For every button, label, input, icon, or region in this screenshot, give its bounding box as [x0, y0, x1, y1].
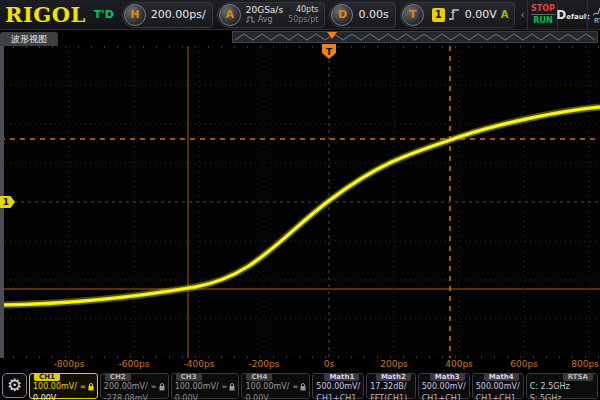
timebase-value: 200.00ps/ — [151, 8, 206, 21]
trigger-control[interactable]: T 1 0.00V A — [400, 2, 516, 28]
trigger-status-label: T'D — [92, 8, 120, 21]
overview-waveform — [233, 32, 597, 42]
dc-coupling-icon: = — [80, 381, 85, 393]
memory-depth: 40pts — [296, 5, 319, 15]
channel-box-ch3[interactable]: CH3 100.00mV/= 0.00V — [171, 373, 240, 399]
sample-rate: 20GSa/s — [246, 5, 283, 15]
channel-box-ch4[interactable]: CH4 100.00mV/= 0.00V — [241, 373, 310, 399]
lock-icon — [300, 383, 306, 391]
graticule: T 1 — [0, 46, 600, 358]
run-stop-button[interactable]: STOP RUN — [527, 1, 557, 29]
math2-expr: FFT(CH1) — [370, 393, 412, 400]
time-tick: 800ps — [571, 359, 599, 369]
time-axis: -800ps -600ps -400ps -200ps 0s 200ps 400… — [0, 358, 600, 371]
time-tick: -600ps — [119, 359, 150, 369]
ch3-tab: CH3 — [176, 373, 202, 381]
math-box-math2[interactable]: Math2 17.32dB/ FFT(CH1) — [366, 373, 416, 399]
math1-expr: CH1+CH1 — [316, 393, 360, 400]
spectrum-icon — [593, 5, 600, 16]
trigger-source-badge[interactable]: 1 — [432, 8, 445, 22]
math-box-math4[interactable]: Math4 500.00mV/ CH1+CH1 — [472, 373, 524, 399]
collapse-arrow[interactable]: ‹ — [520, 9, 524, 20]
rtsa-button[interactable]: RTSA — [587, 1, 600, 29]
bottom-bar: ⚙ CH1 100.00mV/= 0.00V CH2 200.00mV/= -2… — [0, 371, 600, 400]
channel-box-ch2[interactable]: CH2 200.00mV/= -278.08mV — [100, 373, 169, 399]
cursor-lines — [0, 46, 600, 358]
math3-expr: CH1+CH1 — [422, 393, 466, 400]
pulse-icon — [246, 16, 256, 23]
overview-trigger-marker[interactable] — [327, 32, 337, 39]
time-tick: 600ps — [510, 359, 538, 369]
rigol-logo: RIGOL — [0, 2, 92, 27]
d-knob[interactable]: D — [331, 4, 353, 26]
main-menu-button[interactable]: ⚙ — [2, 373, 27, 398]
ch4-tab: CH4 — [246, 373, 272, 381]
math-box-math3[interactable]: Math3 500.00mV/ CH1+CH1 — [418, 373, 470, 399]
lock-icon — [88, 383, 94, 391]
ch1-tab: CH1 — [34, 373, 60, 381]
math1-scale: 500.00mV/ — [316, 381, 360, 393]
rtsa-center-freq: C: 2.5GHz — [530, 381, 594, 393]
memory-overview-strip[interactable] — [232, 31, 598, 43]
math4-tab: Math4 — [484, 373, 519, 381]
stop-label: STOP — [531, 4, 555, 15]
horizontal-timebase-control[interactable]: H 200.00ps/ — [122, 2, 213, 28]
h-knob[interactable]: H — [124, 4, 146, 26]
waveform-plot — [0, 46, 600, 358]
time-tick: 0s — [324, 359, 334, 369]
math3-scale: 500.00mV/ — [422, 381, 466, 393]
math2-scale: 17.32dB/ — [370, 381, 412, 393]
ch1-waveform — [0, 107, 600, 305]
math1-tab: Math1 — [324, 373, 359, 381]
math2-tab: Math2 — [376, 373, 411, 381]
t-knob[interactable]: T — [402, 4, 424, 26]
time-tick: -400ps — [184, 359, 215, 369]
rtsa-span: S: 5GHz — [530, 393, 594, 400]
trigger-sweep-mode: A — [501, 9, 509, 20]
acquisition-control[interactable]: A 20GSa/s Avg 40pts 50ps/pt — [217, 2, 326, 28]
rtsa-box[interactable]: RTSA C: 2.5GHz S: 5GHz — [526, 373, 598, 399]
trigger-level-value: 0.00V — [465, 8, 497, 21]
top-toolbar: RIGOL T'D H 200.00ps/ A 20GSa/s Avg 40pt… — [0, 0, 600, 30]
rtsa-tab: RTSA — [563, 373, 593, 381]
delay-control[interactable]: D 0.00s — [329, 2, 395, 28]
rising-edge-icon — [448, 8, 461, 21]
default-label: Default — [556, 8, 589, 22]
time-tick: -800ps — [54, 359, 85, 369]
ch2-tab: CH2 — [105, 373, 131, 381]
a-knob[interactable]: A — [219, 4, 241, 26]
math-box-math1[interactable]: Math1 500.00mV/ CH1+CH1 — [312, 373, 364, 399]
dc-coupling-icon: = — [222, 381, 227, 393]
oscilloscope-screen: RIGOL T'D H 200.00ps/ A 20GSa/s Avg 40pt… — [0, 0, 600, 400]
ch1-offset: 0.00V — [33, 393, 94, 400]
channel-box-ch1[interactable]: CH1 100.00mV/= 0.00V — [29, 373, 98, 399]
delay-value: 0.00s — [358, 8, 388, 21]
time-tick: 400ps — [445, 359, 473, 369]
lock-icon — [229, 383, 235, 391]
rtsa-label: RTSA — [594, 17, 600, 25]
default-button[interactable]: Default — [557, 1, 587, 29]
waveform-view-tab[interactable]: 波形视图 — [0, 32, 58, 46]
lock-icon — [159, 383, 165, 391]
math4-scale: 500.00mV/ — [476, 381, 520, 393]
math4-expr: CH1+CH1 — [476, 393, 520, 400]
math3-tab: Math3 — [430, 373, 465, 381]
acq-mode: Avg — [258, 15, 273, 25]
dc-coupling-icon: = — [151, 381, 156, 393]
time-per-point: 50ps/pt — [288, 15, 318, 25]
ch2-offset: -278.08mV — [104, 393, 165, 400]
run-label: RUN — [533, 15, 552, 25]
ch3-offset: 0.00V — [175, 393, 236, 400]
ch4-offset: 0.00V — [245, 393, 306, 400]
dc-coupling-icon: = — [292, 381, 297, 393]
time-tick: -200ps — [249, 359, 280, 369]
time-tick: 200ps — [380, 359, 408, 369]
